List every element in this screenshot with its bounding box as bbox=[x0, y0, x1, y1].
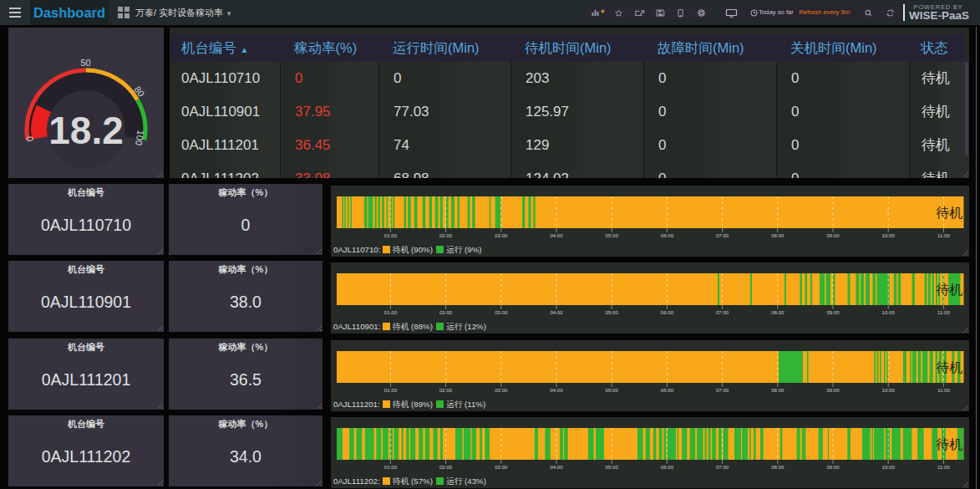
svg-text:02:00: 02:00 bbox=[439, 387, 453, 393]
svg-text:01:00: 01:00 bbox=[384, 309, 398, 315]
svg-text:09:00: 09:00 bbox=[826, 232, 840, 238]
svg-text:09:00: 09:00 bbox=[826, 464, 840, 470]
svg-text:待机: 待机 bbox=[936, 283, 962, 297]
svg-text:11:00: 11:00 bbox=[937, 387, 950, 393]
svg-text:待机: 待机 bbox=[936, 360, 962, 374]
svg-text:04:00: 04:00 bbox=[550, 387, 563, 393]
svg-text:09:00: 09:00 bbox=[826, 387, 840, 393]
svg-text:04:00: 04:00 bbox=[550, 464, 563, 470]
svg-text:01:00: 01:00 bbox=[384, 387, 398, 393]
svg-text:50: 50 bbox=[80, 58, 90, 68]
svg-text:03:00: 03:00 bbox=[495, 232, 508, 238]
svg-text:02:00: 02:00 bbox=[439, 464, 453, 470]
svg-text:待机: 待机 bbox=[936, 437, 962, 451]
svg-text:01:00: 01:00 bbox=[384, 464, 398, 470]
svg-text:05:00: 05:00 bbox=[606, 387, 619, 393]
svg-text:10:00: 10:00 bbox=[882, 464, 896, 470]
svg-text:03:00: 03:00 bbox=[495, 309, 508, 315]
svg-text:06:00: 06:00 bbox=[661, 464, 674, 470]
svg-text:07:00: 07:00 bbox=[716, 464, 729, 470]
svg-text:08:00: 08:00 bbox=[771, 232, 785, 238]
svg-text:10:00: 10:00 bbox=[882, 387, 896, 393]
svg-text:04:00: 04:00 bbox=[550, 309, 563, 315]
svg-text:07:00: 07:00 bbox=[716, 232, 729, 238]
svg-text:01:00: 01:00 bbox=[384, 232, 398, 238]
svg-text:02:00: 02:00 bbox=[439, 232, 453, 238]
svg-text:10:00: 10:00 bbox=[882, 309, 896, 315]
svg-text:02:00: 02:00 bbox=[439, 309, 453, 315]
svg-text:03:00: 03:00 bbox=[495, 464, 508, 470]
svg-text:06:00: 06:00 bbox=[661, 387, 674, 393]
svg-text:10:00: 10:00 bbox=[882, 232, 896, 238]
svg-text:11:00: 11:00 bbox=[937, 232, 950, 238]
svg-text:05:00: 05:00 bbox=[606, 464, 619, 470]
svg-text:08:00: 08:00 bbox=[771, 309, 785, 315]
svg-text:11:00: 11:00 bbox=[937, 464, 950, 470]
svg-text:06:00: 06:00 bbox=[661, 232, 674, 238]
svg-text:09:00: 09:00 bbox=[826, 309, 840, 315]
svg-text:11:00: 11:00 bbox=[937, 309, 950, 315]
svg-text:03:00: 03:00 bbox=[495, 387, 508, 393]
svg-text:04:00: 04:00 bbox=[550, 232, 563, 238]
svg-text:07:00: 07:00 bbox=[716, 387, 729, 393]
svg-text:05:00: 05:00 bbox=[606, 232, 619, 238]
svg-text:06:00: 06:00 bbox=[661, 309, 674, 315]
svg-text:08:00: 08:00 bbox=[771, 464, 785, 470]
svg-text:07:00: 07:00 bbox=[716, 309, 729, 315]
svg-text:08:00: 08:00 bbox=[771, 387, 785, 393]
svg-text:05:00: 05:00 bbox=[606, 309, 619, 315]
svg-text:待机: 待机 bbox=[936, 206, 962, 220]
